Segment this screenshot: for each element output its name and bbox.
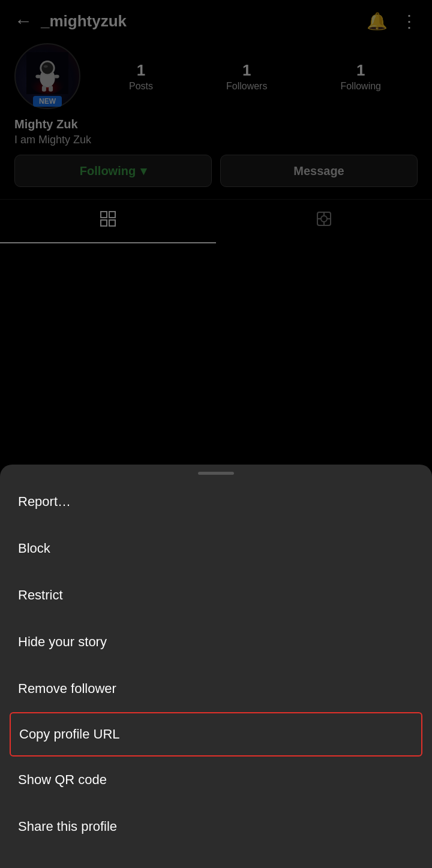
sheet-item-hide-story[interactable]: Hide your story — [0, 619, 432, 665]
sheet-item-block[interactable]: Block — [0, 525, 432, 572]
sheet-handle — [198, 472, 234, 475]
sheet-item-restrict[interactable]: Restrict — [0, 572, 432, 619]
sheet-item-remove-follower[interactable]: Remove follower — [0, 665, 432, 712]
sheet-item-copy-url[interactable]: Copy profile URL — [10, 712, 422, 757]
sheet-item-share-profile[interactable]: Share this profile — [0, 803, 432, 850]
sheet-menu: Report…BlockRestrictHide your storyRemov… — [0, 478, 432, 850]
sheet-item-report[interactable]: Report… — [0, 478, 432, 525]
bottom-sheet: Report…BlockRestrictHide your storyRemov… — [0, 465, 432, 868]
sheet-item-show-qr[interactable]: Show QR code — [0, 757, 432, 803]
sheet-handle-wrap — [0, 465, 432, 478]
